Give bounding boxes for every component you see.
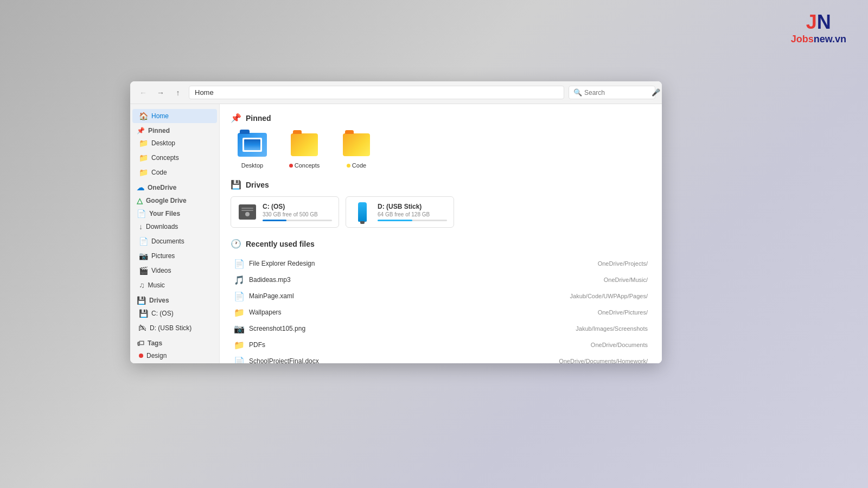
drive-item-c[interactable]: C: (OS) 330 GB free of 500 GB xyxy=(231,196,339,228)
recent-title-text: Recently used files xyxy=(246,240,315,248)
folder-icon: 📁 xyxy=(139,168,148,177)
code-label-row: Code xyxy=(347,162,366,169)
pin-icon: 📌 xyxy=(137,127,145,134)
pinned-grid: Desktop Concepts xyxy=(231,130,651,169)
sidebar-item-downloads[interactable]: ↓ Downloads xyxy=(132,220,217,234)
drive-c-info: C: (OS) 330 GB free of 500 GB xyxy=(263,203,332,221)
search-icon: 🔍 xyxy=(573,88,582,97)
sidebar-section-googledrive: △ Google Drive xyxy=(130,193,219,206)
sidebar-d-label: D: (USB Stick) xyxy=(150,324,192,332)
drive-d-space: 64 GB free of 128 GB xyxy=(378,211,447,217)
file-name: Wallpapers xyxy=(249,309,535,316)
hdd-line1 xyxy=(241,208,253,209)
explorer-body: 🏠 Home 📌 Pinned 📁 Desktop 📁 Concepts 📁 C… xyxy=(130,104,662,363)
sidebar-item-documents[interactable]: 📄 Documents xyxy=(132,234,217,248)
tag-design-label: Design xyxy=(146,352,167,359)
sidebar-item-concepts[interactable]: 📁 Concepts xyxy=(132,151,217,165)
file-row[interactable]: 🎵 Badideas.mp3 OneDrive/Music/ xyxy=(231,272,651,288)
sidebar-item-d[interactable]: 🖎 D: (USB Stick) xyxy=(132,321,217,335)
file-name: SchoolProjectFinal.docx xyxy=(249,357,535,363)
drives-section-icon: 💾 xyxy=(231,179,241,190)
sidebar-item-tag-design[interactable]: Design xyxy=(132,349,217,362)
search-bar[interactable]: 🔍 🎤 xyxy=(569,86,655,99)
drives-grid: C: (OS) 330 GB free of 500 GB D: (USB St… xyxy=(231,196,651,228)
cloud-icon: ☁ xyxy=(137,183,144,192)
file-icon-xaml: 📄 xyxy=(234,291,245,301)
recent-section-title: 🕐 Recently used files xyxy=(231,239,651,249)
mic-icon[interactable]: 🎤 xyxy=(652,88,660,97)
sidebar-item-c[interactable]: 💾 C: (OS) xyxy=(132,306,217,320)
logo-j: J xyxy=(806,11,817,33)
sidebar-documents-label: Documents xyxy=(151,237,184,245)
code-folder-icon xyxy=(343,133,370,156)
desktop-screen xyxy=(242,138,262,152)
watermark: JN Jobsnew.vn xyxy=(791,11,846,45)
drive-d-bar xyxy=(378,220,447,221)
usb-icon: 🖎 xyxy=(139,324,146,332)
file-path: OneDrive/Projects/ xyxy=(539,260,648,267)
concepts-label-row: Concepts xyxy=(289,162,320,169)
pinned-section-title: 📌 Pinned xyxy=(231,113,651,123)
drive-c-icon-wrap xyxy=(238,204,257,220)
up-button[interactable]: ↑ xyxy=(171,86,184,99)
file-name: PDFs xyxy=(249,341,535,349)
search-input[interactable] xyxy=(584,89,649,97)
yourfiles-icon: 📄 xyxy=(137,209,146,218)
file-icon-fe: 📄 xyxy=(234,258,245,269)
file-row[interactable]: 📄 MainPage.xaml Jakub/Code/UWPApp/Pages/ xyxy=(231,288,651,304)
music-icon: ♫ xyxy=(139,281,145,290)
sidebar-section-drives: 💾 Drives xyxy=(130,293,219,306)
videos-icon: 🎬 xyxy=(139,266,148,275)
sidebar-item-music[interactable]: ♫ Music xyxy=(132,278,217,292)
file-row[interactable]: 📷 Screenshot105.png Jakub/Images/Screens… xyxy=(231,320,651,337)
file-name: Screenshot105.png xyxy=(249,325,535,332)
sidebar-item-code[interactable]: 📁 Code xyxy=(132,165,217,179)
file-icon-docx: 📄 xyxy=(234,356,245,363)
drive-item-d[interactable]: D: (USB Stick) 64 GB free of 128 GB xyxy=(346,196,454,228)
content-area: 📌 Pinned Desktop xyxy=(220,104,662,363)
concepts-folder-icon-wrap xyxy=(287,130,322,160)
file-row[interactable]: 📁 PDFs OneDrive/Documents xyxy=(231,337,651,353)
code-folder-icon-wrap xyxy=(339,130,374,160)
drive-d-icon xyxy=(358,202,367,222)
sidebar-item-tag-dev[interactable]: Dev xyxy=(132,363,217,363)
tag-icon: 🏷 xyxy=(137,339,144,348)
pinned-item-concepts[interactable]: Concepts xyxy=(283,130,326,169)
sidebar-code-label: Code xyxy=(151,169,167,176)
concepts-folder-icon xyxy=(291,133,318,156)
sidebar-section-yourfiles: 📄 Your Files xyxy=(130,206,219,219)
sidebar-videos-label: Videos xyxy=(151,267,171,274)
file-path: OneDrive/Documents/Homework/ xyxy=(539,358,648,363)
pictures-icon: 📷 xyxy=(139,252,148,260)
file-name: File Explorer Redesign xyxy=(249,260,535,267)
file-row[interactable]: 📄 File Explorer Redesign OneDrive/Projec… xyxy=(231,255,651,272)
files-list: 📄 File Explorer Redesign OneDrive/Projec… xyxy=(231,255,651,363)
sidebar-section-pinned: 📌 Pinned xyxy=(130,124,219,136)
pinned-desktop-label: Desktop xyxy=(241,162,263,169)
sidebar-item-home[interactable]: 🏠 Home xyxy=(132,109,217,123)
sidebar-item-desktop[interactable]: 📁 Desktop xyxy=(132,136,217,150)
back-button[interactable]: ← xyxy=(137,86,150,99)
file-row[interactable]: 📄 SchoolProjectFinal.docx OneDrive/Docum… xyxy=(231,353,651,363)
sidebar-item-pictures[interactable]: 📷 Pictures xyxy=(132,249,217,263)
forward-button[interactable]: → xyxy=(154,86,167,99)
hdd-icon: 💾 xyxy=(139,309,148,318)
drive-c-space: 330 GB free of 500 GB xyxy=(263,211,332,217)
sidebar: 🏠 Home 📌 Pinned 📁 Desktop 📁 Concepts 📁 C… xyxy=(130,104,220,363)
folder-icon: 📁 xyxy=(139,139,148,147)
desktop-folder-icon xyxy=(238,133,267,157)
file-icon-png: 📷 xyxy=(234,323,245,334)
hdd-line2 xyxy=(241,210,253,211)
file-row[interactable]: 📁 Wallpapers OneDrive/Pictures/ xyxy=(231,304,651,320)
file-path: OneDrive/Documents xyxy=(539,342,648,348)
pinned-code-label: Code xyxy=(352,162,366,169)
sidebar-item-videos[interactable]: 🎬 Videos xyxy=(132,264,217,278)
pinned-item-code[interactable]: Code xyxy=(335,130,378,169)
breadcrumb: Home xyxy=(189,86,564,99)
gdrive-icon: △ xyxy=(137,196,143,205)
concepts-dot xyxy=(289,164,293,168)
drives-section-title: 💾 Drives xyxy=(231,179,651,190)
sidebar-concepts-label: Concepts xyxy=(151,154,179,162)
drive-d-info: D: (USB Stick) 64 GB free of 128 GB xyxy=(378,203,447,221)
pinned-item-desktop[interactable]: Desktop xyxy=(231,130,274,169)
